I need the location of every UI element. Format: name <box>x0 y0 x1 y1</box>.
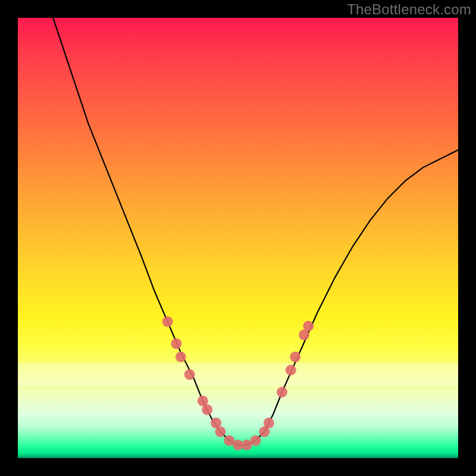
plot-area <box>18 18 458 458</box>
background-gradient <box>18 18 458 458</box>
watermark-label: TheBottleneck.com <box>347 1 471 18</box>
outer-frame: TheBottleneck.com <box>0 0 476 476</box>
